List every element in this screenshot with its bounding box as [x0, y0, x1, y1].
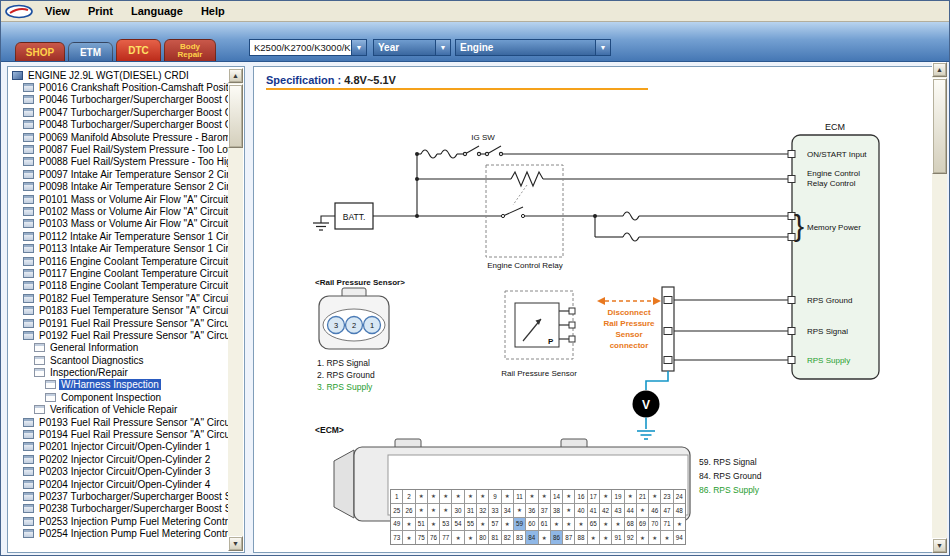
tree-item[interactable]: W/Harness Inspection — [9, 379, 228, 391]
svg-text:1: 1 — [370, 321, 374, 330]
tree-item[interactable]: P0048 Turbocharger/Supercharger Boost Co — [9, 119, 228, 131]
tree-item-label: P0102 Mass or Volume Air Flow "A" Circui… — [37, 206, 228, 217]
menu-print[interactable]: Print — [79, 3, 122, 19]
ecm-pin-cell: 32 — [477, 504, 488, 517]
ecm-pin-cell: 60 — [526, 518, 537, 531]
tree-item[interactable]: P0102 Mass or Volume Air Flow "A" Circui… — [9, 205, 228, 217]
ecm-pin-cell: ★ — [551, 518, 562, 531]
ecm-pin-cell: ★ — [452, 490, 463, 503]
tree-item-label: P0112 Intake Air Temperature Sensor 1 Ci… — [37, 231, 228, 242]
ecm-pin-cell: 83 — [514, 531, 525, 544]
svg-text:86. RPS Supply: 86. RPS Supply — [699, 485, 760, 495]
tree-scrollbar[interactable]: ▲ ▼ — [228, 68, 243, 551]
dtc-code-icon — [23, 455, 34, 464]
svg-text:connector: connector — [610, 341, 649, 350]
dtc-code-icon — [23, 232, 34, 241]
tree-item[interactable]: P0113 Intake Air Temperature Sensor 1 Ci… — [9, 242, 228, 254]
tree-item-label: P0238 Turbocharger/Supercharger Boost Se — [37, 503, 228, 514]
tree-item[interactable]: P0112 Intake Air Temperature Sensor 1 Ci… — [9, 230, 228, 242]
tree-item[interactable]: P0202 Injector Circuit/Open-Cylinder 2 — [9, 453, 228, 465]
chevron-down-icon[interactable]: ▼ — [595, 40, 610, 55]
dtc-code-icon — [23, 207, 34, 216]
tree-item[interactable]: P0254 Injection Pump Fuel Metering Contr… — [9, 527, 228, 539]
tree-item[interactable]: P0069 Manifold Absolute Pressure - Barom… — [9, 131, 228, 143]
tree-item[interactable]: P0191 Fuel Rail Pressure Sensor "A" Circ… — [9, 317, 228, 329]
svg-text:ON/START Input: ON/START Input — [807, 150, 867, 159]
tree-item[interactable]: P0183 Fuel Temperature Sensor "A" Circui… — [9, 304, 228, 316]
chevron-down-icon[interactable]: ▼ — [435, 40, 450, 55]
dtc-code-icon — [23, 480, 34, 489]
tab-shop[interactable]: SHOP — [15, 42, 65, 61]
tree-item[interactable]: General Information — [9, 342, 228, 354]
tree-item[interactable]: P0193 Fuel Rail Pressure Sensor "A" Circ… — [9, 416, 228, 428]
menu-language[interactable]: Language — [122, 3, 192, 19]
ecm-pin-cell: ★ — [465, 531, 476, 544]
chevron-down-icon[interactable]: ▼ — [351, 40, 366, 55]
tree-item[interactable]: P0088 Fuel Rail/System Pressure - Too Hi… — [9, 156, 228, 168]
tree-item[interactable]: P0201 Injector Circuit/Open-Cylinder 1 — [9, 441, 228, 453]
tree-item[interactable]: P0238 Turbocharger/Supercharger Boost Se — [9, 503, 228, 515]
tree-item-label: P0117 Engine Coolant Temperature Circuit… — [37, 268, 228, 279]
tree-item[interactable]: P0087 Fuel Rail/System Pressure - Too Lo… — [9, 143, 228, 155]
orange-divider — [266, 88, 648, 90]
ecm-pin-cell: ★ — [477, 490, 488, 503]
tree-item[interactable]: Scantool Diagnostics — [9, 354, 228, 366]
menu-view[interactable]: View — [36, 3, 79, 19]
ecm-pin-cell: ★ — [575, 518, 586, 531]
scroll-up-icon[interactable]: ▲ — [932, 62, 947, 77]
tree-item[interactable]: P0182 Fuel Temperature Sensor "A" Circui… — [9, 292, 228, 304]
tree-item[interactable]: P0016 Crankshaft Position-Camshaft Posit… — [9, 81, 228, 93]
scroll-down-icon[interactable]: ▼ — [932, 538, 947, 553]
tree-item[interactable]: Component Inspection — [9, 391, 228, 403]
ecm-pin-cell: 77 — [440, 531, 451, 544]
tree-item-label: Scantool Diagnostics — [48, 355, 145, 366]
ecm-pin-cell: 76 — [428, 531, 439, 544]
ecm-pin-cell: 1 — [391, 490, 402, 503]
tree-item[interactable]: P0117 Engine Coolant Temperature Circuit… — [9, 267, 228, 279]
main-scrollbar[interactable]: ▲ ▼ — [932, 62, 947, 553]
model-select[interactable]: K2500/K2700/K3000/K3000S( ▼ — [249, 39, 367, 56]
tree-item[interactable]: P0194 Fuel Rail Pressure Sensor "A" Circ… — [9, 428, 228, 440]
tree-item-label: P0103 Mass or Volume Air Flow "A" Circui… — [37, 218, 228, 229]
junction-dots — [415, 152, 597, 218]
tree-item-label: P0047 Turbocharger/Supercharger Boost Co — [37, 107, 228, 118]
ecm-box: ECM ON/START Input Engine Control Relay … — [788, 122, 879, 379]
tree-item[interactable]: P0097 Intake Air Temperature Sensor 2 Ci… — [9, 168, 228, 180]
ecm-pin-cell: 70 — [649, 518, 660, 531]
main-scrollbar-thumb[interactable] — [932, 78, 947, 174]
tree-item[interactable]: Verification of Vehicle Repair — [9, 404, 228, 416]
tree-item[interactable]: ENGINE J2.9L WGT(DIESEL) CRDI — [9, 69, 228, 81]
tree-item[interactable]: P0118 Engine Coolant Temperature Circuit… — [9, 280, 228, 292]
ecm-pin-cell: 87 — [563, 531, 574, 544]
tree-item[interactable]: P0101 Mass or Volume Air Flow "A" Circui… — [9, 193, 228, 205]
tree-item[interactable]: P0204 Injector Circuit/Open-Cylinder 4 — [9, 478, 228, 490]
engine-select[interactable]: Engine ▼ — [455, 39, 611, 56]
tree-item[interactable]: P0047 Turbocharger/Supercharger Boost Co — [9, 106, 228, 118]
scroll-up-icon[interactable]: ▲ — [228, 68, 243, 83]
ecm-pin-cell: ★ — [428, 490, 439, 503]
tab-etm[interactable]: ETM — [68, 42, 113, 61]
tree-item[interactable]: P0116 Engine Coolant Temperature Circuit… — [9, 255, 228, 267]
tree-item-label: P0237 Turbocharger/Supercharger Boost Se — [37, 491, 228, 502]
tree-item[interactable]: P0192 Fuel Rail Pressure Sensor "A" Circ… — [9, 329, 228, 341]
gsw-logo — [4, 4, 34, 19]
tree-item[interactable]: P0203 Injector Circuit/Open-Cylinder 3 — [9, 466, 228, 478]
tree-item[interactable]: Inspection/Repair — [9, 366, 228, 378]
disconnect-annotation: Disconnect Rail Pressure Sensor connecto… — [597, 297, 661, 350]
voltmeter-icon: V — [633, 371, 669, 439]
tree-item[interactable]: P0098 Intake Air Temperature Sensor 2 Ci… — [9, 181, 228, 193]
tree-item[interactable]: P0103 Mass or Volume Air Flow "A" Circui… — [9, 218, 228, 230]
tree-item[interactable]: P0253 Injection Pump Fuel Metering Contr… — [9, 515, 228, 527]
tree-item[interactable]: P0237 Turbocharger/Supercharger Boost Se — [9, 490, 228, 502]
year-select[interactable]: Year ▼ — [373, 39, 451, 56]
scroll-down-icon[interactable]: ▼ — [228, 536, 243, 551]
tab-body-repair[interactable]: Body Repair — [164, 39, 216, 61]
ecm-pin-cell: 9 — [489, 490, 500, 503]
tree-item-label: P0046 Turbocharger/Supercharger Boost Co — [37, 94, 228, 105]
tree-item[interactable]: P0046 Turbocharger/Supercharger Boost Co — [9, 94, 228, 106]
tab-dtc[interactable]: DTC — [116, 39, 161, 61]
ecm-pin-cell: 49 — [391, 518, 402, 531]
tree-scrollbar-thumb[interactable] — [228, 84, 243, 148]
menu-help[interactable]: Help — [192, 3, 234, 19]
ecm-pin-cell: 23 — [661, 490, 672, 503]
